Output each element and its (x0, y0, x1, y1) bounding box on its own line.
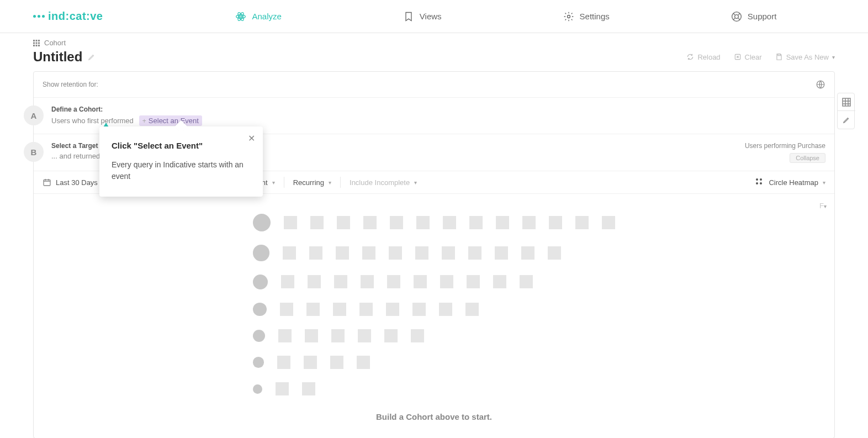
heatmap-cell (308, 275, 321, 288)
svg-rect-11 (36, 42, 38, 44)
breadcrumb: Cohort (44, 39, 66, 47)
heatmap-cell (411, 329, 424, 342)
rail-data-button[interactable] (838, 93, 855, 111)
svg-point-20 (756, 178, 758, 181)
heatmap-circle (253, 384, 262, 394)
heatmap-cell (280, 303, 293, 316)
reload-button[interactable]: Reload (686, 53, 720, 61)
heatmap-cell (602, 216, 615, 229)
svg-rect-14 (36, 45, 38, 46)
empty-state-text: Build a Cohort above to start. (376, 412, 492, 421)
chevron-down-icon: ▾ (823, 180, 825, 186)
heatmap-cell (304, 356, 317, 369)
logo[interactable]: ind:cat:ve (33, 10, 103, 23)
heatmap-cell (493, 275, 506, 288)
tooltip-title: Click "Select an Event" (112, 141, 251, 150)
heatmap-cell (336, 246, 349, 260)
heatmap-row (253, 329, 615, 342)
heatmap-cell (358, 329, 371, 342)
heatmap-cell (362, 246, 375, 260)
heatmap-circle (253, 245, 269, 261)
svg-rect-12 (38, 42, 40, 44)
heatmap-cell (337, 216, 350, 229)
heatmap-cell (439, 303, 452, 316)
svg-rect-24 (843, 98, 850, 106)
save-icon (775, 53, 783, 61)
action-label: Reload (697, 53, 720, 61)
pencil-icon[interactable] (88, 53, 96, 61)
heatmap-cell (469, 216, 483, 229)
control-label: Include Incomplete (350, 178, 410, 187)
svg-point-23 (760, 182, 762, 184)
heatmap-cell (416, 216, 430, 229)
chevron-down-icon: ▾ (832, 54, 835, 60)
heatmap-cell (495, 246, 508, 260)
recurring-control[interactable]: Recurring ▾ (284, 177, 341, 188)
control-label: Circle Heatmap (769, 178, 818, 187)
rail-edit-button[interactable] (838, 111, 855, 129)
heatmap-cell (361, 275, 374, 288)
heatmap-cell (278, 329, 292, 342)
action-label: Clear (745, 53, 762, 61)
select-event-button[interactable]: + Select an Event (139, 115, 202, 126)
cohort-b-badge: B (24, 142, 44, 162)
heatmap-cell (384, 329, 398, 342)
heatmap-row (253, 356, 615, 369)
onboarding-tooltip: ✕ Click "Select an Event" Every query in… (99, 126, 263, 197)
heatmap-cell (496, 216, 509, 229)
heatmap-circle (253, 214, 271, 231)
heatmap-row (253, 275, 615, 289)
heatmap-cell (520, 275, 533, 288)
heatmap-cell (330, 356, 343, 369)
reload-icon (686, 53, 694, 61)
include-control[interactable]: Include Incomplete ▾ (341, 177, 426, 188)
retention-label: Show retention for: (43, 81, 98, 88)
logo-text: ind:cat:ve (48, 10, 103, 23)
svg-rect-15 (38, 45, 40, 46)
heatmap-cell (357, 356, 370, 369)
heatmap-cell (390, 216, 403, 229)
vis-type-control[interactable]: Circle Heatmap ▾ (755, 178, 825, 187)
lifebuoy-icon (731, 11, 742, 22)
heatmap-row (253, 214, 615, 231)
heatmap-row (253, 382, 615, 395)
heatmap-cell (310, 216, 324, 229)
heatmap-cell (440, 275, 453, 288)
heatmap-circle (253, 330, 265, 342)
svg-rect-13 (33, 45, 35, 46)
pencil-icon (843, 116, 850, 124)
globe-icon[interactable] (816, 80, 825, 89)
cohort-a-badge: A (24, 105, 44, 125)
save-button[interactable]: Save As New ▾ (775, 53, 835, 61)
heatmap-cell (412, 303, 426, 316)
clear-icon (734, 53, 742, 61)
heatmap-circle (253, 303, 267, 316)
bookmark-icon (403, 11, 414, 22)
heatmap-cell (575, 216, 589, 229)
nav-analyze[interactable]: Analyze (235, 11, 281, 22)
heatmap-circle (253, 275, 268, 289)
nav-support[interactable]: Support (731, 11, 777, 22)
heatmap-cell (334, 275, 347, 288)
nav-label: Analyze (252, 12, 281, 21)
nav-views[interactable]: Views (403, 11, 442, 22)
nav-settings[interactable]: Settings (563, 11, 610, 22)
heatmap-cell (521, 246, 534, 260)
clear-button[interactable]: Clear (734, 53, 762, 61)
heatmap-cell (549, 216, 562, 229)
heatmap-cell (414, 275, 427, 288)
chevron-down-icon: ▾ (272, 180, 275, 186)
control-label: Last 30 Days (56, 178, 98, 187)
heatmap-cell (277, 356, 290, 369)
collapse-button[interactable]: Collapse (790, 153, 825, 163)
filter-toggle[interactable]: F▾ (819, 202, 827, 210)
heatmap-row (253, 303, 615, 316)
heatmap-circle (253, 357, 264, 368)
tooltip-close-button[interactable]: ✕ (248, 133, 255, 144)
users-performing-label: Users performing Purchase (745, 142, 825, 150)
cohort-a-title: Define a Cohort: (51, 105, 825, 113)
heatmap-cell (389, 246, 402, 260)
svg-point-21 (760, 178, 762, 181)
heatmap-cell (306, 303, 320, 316)
heatmap-cell (522, 216, 536, 229)
